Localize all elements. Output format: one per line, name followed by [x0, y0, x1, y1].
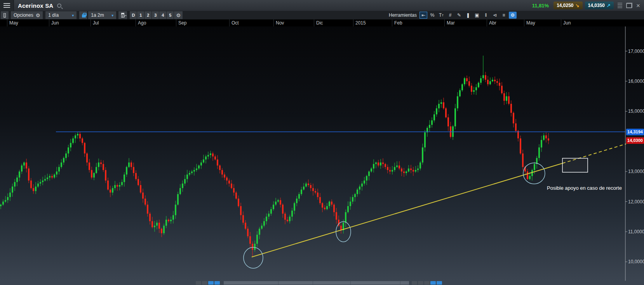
price-tick-label: 11,0000 — [628, 229, 644, 234]
month-label: Jun — [563, 20, 571, 26]
text-tool-icon[interactable]: TT — [437, 12, 445, 19]
grid-tool-icon[interactable]: # — [446, 12, 454, 19]
chart-toolbar: Opciones ⚙ 1 día ▾ 1a 2m ▾ D12345 ⚙ Herr… — [0, 11, 644, 19]
period-button-2[interactable]: 2 — [144, 11, 151, 19]
scrollbar-segment-divider — [350, 281, 351, 285]
price-tick-label: 10,0000 — [628, 259, 644, 264]
month-tick — [444, 19, 445, 26]
search-icon[interactable] — [57, 3, 61, 8]
scrollbar-left-button-2[interactable] — [202, 281, 207, 285]
drag-grip-icon[interactable] — [618, 3, 622, 8]
windows-tool-icon[interactable]: ▣ — [473, 12, 481, 19]
range-value: 1a 2m — [91, 12, 104, 18]
close-icon[interactable]: × — [635, 2, 642, 9]
period-button-3[interactable]: 3 — [152, 11, 159, 19]
month-label: Feb — [394, 20, 402, 26]
gear-icon: ⚙ — [176, 12, 181, 18]
month-label: Ago — [138, 20, 146, 26]
scrollbar-left-button-3[interactable] — [208, 281, 214, 285]
price-tick-label: 17,0000 — [628, 49, 644, 54]
layout-tool-icon[interactable]: ≡ — [500, 12, 508, 19]
month-tick — [49, 19, 49, 26]
lock-icon — [82, 13, 84, 17]
chevron-down-icon: ▾ — [111, 13, 113, 17]
scrollbar-right-button-1[interactable] — [412, 281, 417, 285]
compare-tool-icon[interactable]: ‖ — [482, 12, 490, 19]
chart-settings-icon[interactable]: ⚙ — [509, 12, 517, 19]
price-tick-label: 13,0000 — [628, 169, 644, 174]
month-label: 2015 — [355, 20, 366, 26]
ask-price-value: 14,0350 — [588, 3, 605, 8]
month-tick — [487, 19, 487, 26]
horizontal-scrollbar[interactable] — [0, 281, 644, 285]
percent-tool-icon[interactable]: % — [428, 12, 436, 19]
last-price-tag: 14,0300 — [626, 137, 644, 144]
period-button-4[interactable]: 4 — [159, 11, 166, 19]
price-tick-label: 15,0000 — [628, 108, 644, 114]
month-tick — [561, 19, 561, 26]
chart-gear-button[interactable]: ⚙ — [174, 11, 183, 19]
month-label: Jul — [93, 20, 99, 26]
month-label: May — [9, 20, 18, 26]
list-icon — [3, 13, 6, 17]
annotation-text: Posible apoyo en caso de recorte — [547, 185, 622, 191]
month-tick — [392, 19, 392, 26]
period-button-d[interactable]: D — [130, 11, 137, 19]
scrollbar-segment-divider — [400, 281, 400, 285]
month-tick — [176, 19, 176, 26]
calendar-button[interactable] — [118, 11, 127, 19]
month-tick — [353, 19, 353, 26]
arrow-down-icon: ↘ — [576, 3, 580, 8]
interval-dropdown[interactable]: 1 día ▾ — [45, 11, 77, 19]
candlestick-chart[interactable] — [0, 26, 644, 281]
month-label: Dic — [316, 20, 323, 26]
scrollbar-right-button-5[interactable] — [437, 281, 442, 285]
chart-area[interactable]: 17,000016,000015,000013,000012,000011,00… — [0, 26, 644, 281]
price-tick-label: 16,0000 — [628, 79, 644, 84]
options-button[interactable]: Opciones ⚙ — [11, 11, 43, 19]
popout-window-icon[interactable] — [626, 3, 632, 8]
scrollbar-right-button-2[interactable] — [418, 281, 423, 285]
resistance-price-tag: 14,3194 — [626, 129, 644, 135]
scrollbar-segment-divider — [313, 281, 313, 285]
month-tick — [136, 19, 136, 26]
scrollbar-thumb[interactable] — [224, 281, 409, 285]
range-dropdown[interactable]: 1a 2m ▾ — [88, 11, 116, 19]
scrollbar-left-button-4[interactable] — [214, 281, 220, 285]
gear-icon: ⚙ — [36, 12, 40, 18]
lock-button[interactable] — [79, 11, 87, 19]
scrollbar-right-button-3[interactable] — [424, 281, 430, 285]
period-button-1[interactable]: 1 — [137, 11, 144, 19]
list-view-button[interactable] — [1, 11, 9, 19]
month-tick — [314, 19, 314, 26]
month-tick — [7, 19, 7, 26]
scrollbar-right-button-4[interactable] — [430, 281, 436, 285]
title-bar: Acerinox SA 11,81% 14,0250 ↘ 14,0350 ↗ × — [0, 0, 644, 11]
month-tick — [229, 19, 230, 26]
scrollbar-segment-divider — [278, 281, 278, 285]
month-tick — [524, 19, 524, 26]
callout-tool-icon[interactable]: ⊲ — [491, 12, 499, 19]
month-label: May — [526, 20, 535, 26]
bid-price-value: 14,0250 — [557, 3, 573, 8]
instrument-title: Acerinox SA — [18, 2, 53, 9]
arrow-up-icon: ↗ — [607, 3, 611, 8]
chevron-down-icon: ▾ — [72, 13, 74, 17]
month-label: Nov — [276, 20, 284, 26]
buy-price-button[interactable]: 14,0350 ↗ — [585, 2, 614, 9]
candle-tool-icon[interactable]: ❚ — [464, 12, 472, 19]
draw-tool-icon[interactable]: ✎ — [455, 12, 463, 19]
options-label: Opciones — [14, 12, 33, 18]
text-tool-icon-sub: T — [442, 14, 444, 17]
change-percent: 11,81% — [532, 3, 549, 9]
time-axis[interactable]: MayJunJulAgoSepOctNovDic2015FebMarAbrMay… — [0, 19, 644, 26]
calendar-icon — [121, 13, 124, 17]
scrollbar-left-button-1[interactable] — [196, 281, 201, 285]
cursor-tool-icon[interactable]: ⇤ — [419, 12, 427, 19]
month-label: Mar — [447, 20, 455, 26]
price-tick-label: 12,0000 — [628, 199, 644, 205]
sell-price-button[interactable]: 14,0250 ↘ — [553, 2, 582, 9]
tools-label: Herramientas — [389, 12, 417, 18]
hamburger-menu-button[interactable] — [0, 0, 14, 11]
period-button-5[interactable]: 5 — [167, 11, 174, 19]
